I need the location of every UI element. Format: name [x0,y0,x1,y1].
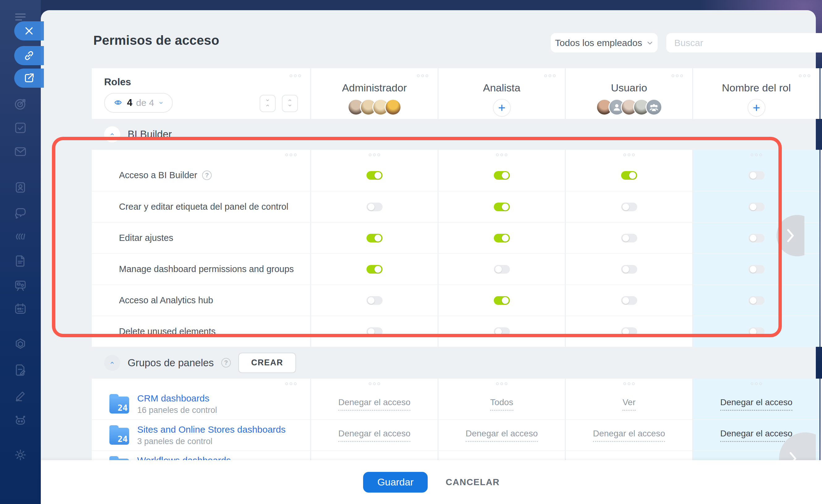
help-icon[interactable]: ? [202,170,212,180]
sidebar-item-signature[interactable] [0,389,41,403]
sidebar-item-sign-document[interactable] [0,363,41,377]
drag-dots-icon[interactable] [623,153,635,156]
scroll-right-bottom-button[interactable] [779,432,816,460]
roles-column-menu-icon[interactable] [290,74,301,77]
permission-label-cell: Manage dashboard permissions and groups [92,253,310,284]
access-level-dropdown-administrador[interactable]: Denegar el acceso [338,429,410,442]
permission-toggle-analista[interactable] [494,265,510,274]
drag-dots-icon[interactable] [623,382,635,385]
permission-toggle-administrador[interactable] [367,203,383,211]
sidebar-item-settings[interactable] [0,448,41,462]
sidebar-item-chat[interactable] [0,206,41,220]
sidebar-item-calendar[interactable] [0,302,41,316]
permission-toggle-usuario[interactable] [621,296,637,305]
search-box [666,33,822,53]
chevron-right-icon [785,228,796,244]
drag-dots-icon[interactable] [751,382,762,385]
page-title: Permisos de acceso [93,33,220,48]
toggle-cell [693,316,820,347]
permission-toggle-administrador[interactable] [367,296,383,305]
permission-toggle-usuario[interactable] [621,327,637,336]
sort-rows-button[interactable] [282,95,298,112]
member-avatars[interactable] [348,99,401,115]
permission-toggle-administrador[interactable] [367,327,383,336]
save-button[interactable]: Guardar [363,472,428,493]
sidebar-item-close[interactable] [14,21,44,40]
permission-toggle-administrador[interactable] [367,171,383,180]
sidebar-item-robot[interactable] [0,414,41,428]
permission-toggle-nombre_del_rol[interactable] [749,296,765,305]
sidebar-item-tasks[interactable] [0,121,41,135]
access-level-dropdown-analista[interactable]: Denegar el acceso [466,429,538,442]
drag-dots-icon[interactable] [369,153,380,156]
drag-dots-icon[interactable] [496,153,507,156]
access-level-dropdown-analista[interactable]: Todos [490,397,513,411]
avatar[interactable] [385,99,401,115]
help-icon[interactable]: ? [221,358,231,367]
access-level-dropdown-usuario[interactable]: Denegar el acceso [593,429,665,442]
add-member-button[interactable] [493,99,511,117]
drag-dots-icon[interactable] [751,153,762,156]
permission-toggle-nombre_del_rol[interactable] [749,203,765,211]
sidebar-item-link[interactable] [14,46,44,65]
permission-toggle-administrador[interactable] [367,234,383,242]
sidebar-item-mail[interactable] [0,145,41,159]
access-level-dropdown-nombre_del_rol[interactable]: Denegar el acceso [720,397,792,411]
sidebar-item-document[interactable] [0,254,41,268]
employees-filter-dropdown[interactable]: Todos los empleados [551,33,658,53]
tasks-icon [13,121,27,135]
group-name-link[interactable]: Sites and Online Stores dashboards [137,424,286,435]
toggle-cell [438,253,565,284]
add-member-button[interactable] [748,99,765,117]
group-name-link[interactable]: CRM dashboards [137,393,217,404]
sidebar-item-hexagon[interactable] [0,337,41,351]
drag-cell [438,150,565,160]
permission-toggle-nombre_del_rol[interactable] [749,265,765,274]
permission-toggle-administrador[interactable] [367,265,383,274]
add-member-button[interactable] [748,99,765,117]
search-input[interactable] [674,38,822,48]
permission-toggle-usuario[interactable] [621,234,637,242]
group-count: 3 paneles de control [137,437,286,446]
column-menu-icon[interactable] [544,74,556,77]
column-menu-icon[interactable] [672,74,683,77]
permission-toggle-nombre_del_rol[interactable] [749,327,765,336]
permission-toggle-analista[interactable] [494,327,510,336]
permission-label-cell: Editar ajustes [92,222,310,253]
drag-dots-icon[interactable] [285,382,297,385]
permission-toggle-nombre_del_rol[interactable] [749,234,765,242]
permission-toggle-analista[interactable] [494,234,510,242]
create-group-button[interactable]: CREAR [238,353,296,373]
permission-toggle-nombre_del_rol[interactable] [749,171,765,180]
collapse-rows-button[interactable] [260,95,276,112]
roles-filter-dropdown[interactable]: 4de 4 [104,93,173,113]
access-level-dropdown-usuario[interactable]: Ver [623,397,636,411]
avatar[interactable] [646,99,662,115]
member-avatars[interactable] [596,99,662,115]
sidebar-item-board[interactable] [0,279,41,293]
collapse-section-button[interactable] [104,126,120,142]
cancel-button[interactable]: CANCELAR [446,477,500,487]
sidebar-item-marketing[interactable] [0,229,41,243]
drag-dots-icon[interactable] [285,153,297,156]
sidebar-item-video[interactable] [0,180,41,195]
permission-row: Delete unused elements [92,316,822,347]
scroll-right-button[interactable] [777,215,804,256]
column-menu-icon[interactable] [417,74,428,77]
access-level-dropdown-administrador[interactable]: Denegar el acceso [338,397,410,411]
column-menu-icon[interactable] [799,74,810,77]
permission-toggle-analista[interactable] [494,296,510,305]
drag-dots-icon[interactable] [496,382,507,385]
toggle-cell [438,316,565,347]
permission-toggle-usuario[interactable] [621,203,637,211]
permission-toggle-usuario[interactable] [621,171,637,180]
permission-toggle-analista[interactable] [494,171,510,180]
collapse-section-button[interactable] [104,355,120,371]
drag-cell [566,379,692,389]
permission-toggle-usuario[interactable] [621,265,637,274]
sidebar-item-target[interactable] [0,97,41,111]
permission-toggle-analista[interactable] [494,203,510,211]
drag-dots-icon[interactable] [369,382,380,385]
sidebar-item-external-link[interactable] [14,69,44,88]
add-member-button[interactable] [493,99,511,117]
